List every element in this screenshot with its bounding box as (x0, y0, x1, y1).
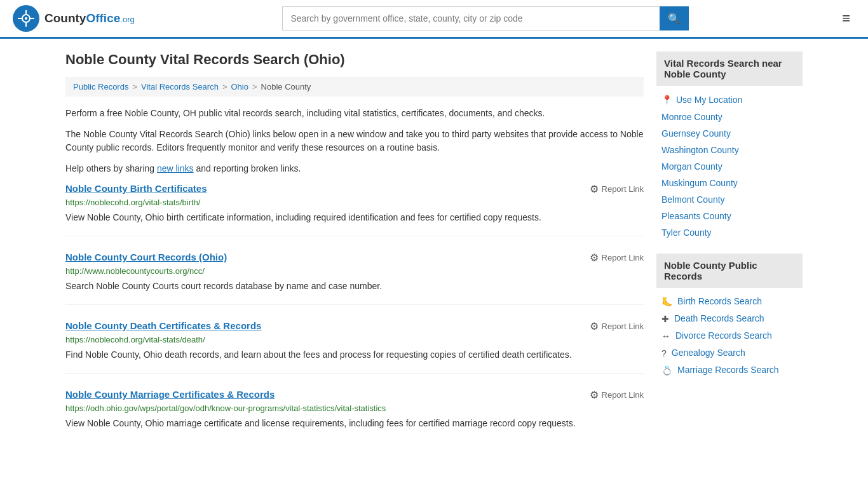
genealogy-icon: ? (661, 348, 667, 358)
breadcrumb-sep-1: > (132, 82, 137, 92)
report-icon: ⚙ (590, 320, 599, 332)
result-title[interactable]: Noble County Birth Certificates (65, 183, 207, 194)
sidebar-item-monroe[interactable]: Monroe County (656, 109, 803, 125)
result-header: Noble County Death Certificates & Record… (65, 320, 644, 332)
report-icon: ⚙ (590, 183, 599, 195)
report-icon: ⚙ (590, 252, 599, 264)
menu-button[interactable]: ≡ (837, 8, 855, 29)
sidebar-item-morgan[interactable]: Morgan County (656, 158, 803, 175)
search-icon: 🔍 (668, 13, 681, 25)
breadcrumb-noble-county: Noble County (261, 82, 311, 92)
logo-text: CountyOffice.org (44, 11, 135, 25)
tyler-county-link[interactable]: Tyler County (661, 227, 712, 238)
page-title: Noble County Vital Records Search (Ohio) (65, 51, 644, 68)
divorce-records-link[interactable]: Divorce Records Search (675, 330, 772, 341)
result-header: Noble County Marriage Certificates & Rec… (65, 389, 644, 401)
death-icon: ✚ (661, 314, 669, 324)
breadcrumb-sep-2: > (222, 82, 227, 92)
report-link-label: Report Link (602, 184, 644, 194)
result-item: Noble County Birth Certificates ⚙ Report… (65, 183, 644, 236)
search-button[interactable]: 🔍 (660, 6, 689, 30)
sidebar-death-records[interactable]: ✚ Death Records Search (656, 310, 803, 327)
result-description: Search Noble County Courts court records… (65, 280, 644, 293)
report-link-label: Report Link (602, 253, 644, 262)
result-header: Noble County Court Records (Ohio) ⚙ Repo… (65, 252, 644, 264)
report-link-button[interactable]: ⚙ Report Link (590, 183, 644, 195)
birth-records-link[interactable]: Birth Records Search (677, 296, 762, 306)
breadcrumb-ohio[interactable]: Ohio (231, 82, 248, 92)
divorce-icon: ↔ (661, 331, 670, 341)
morgan-county-link[interactable]: Morgan County (661, 161, 722, 172)
marriage-records-link[interactable]: Marriage Records Search (677, 365, 779, 375)
sidebar-item-pleasants[interactable]: Pleasants County (656, 208, 803, 224)
washington-county-link[interactable]: Washington County (661, 145, 739, 155)
result-url[interactable]: https://noblecohd.org/vital-stats/birth/ (65, 198, 644, 207)
report-link-button[interactable]: ⚙ Report Link (590, 252, 644, 264)
result-title[interactable]: Noble County Court Records (Ohio) (65, 252, 227, 262)
description-3-pre: Help others by sharing (65, 163, 157, 173)
breadcrumb: Public Records > Vital Records Search > … (65, 77, 644, 97)
sidebar-nearby-title: Vital Records Search near Noble County (656, 51, 803, 86)
report-icon: ⚙ (590, 389, 599, 401)
sidebar-public-records-section: Noble County Public Records 🦶 Birth Reco… (656, 254, 803, 379)
main-container: Noble County Vital Records Search (Ohio)… (53, 39, 815, 470)
report-link-button[interactable]: ⚙ Report Link (590, 320, 644, 332)
header: CountyOffice.org 🔍 ≡ (0, 0, 868, 39)
report-link-button[interactable]: ⚙ Report Link (590, 389, 644, 401)
result-item: Noble County Court Records (Ohio) ⚙ Repo… (65, 252, 644, 305)
search-area: 🔍 (282, 6, 689, 30)
result-title[interactable]: Noble County Death Certificates & Record… (65, 320, 261, 331)
description-3-post: and reporting broken links. (194, 163, 301, 173)
breadcrumb-public-records[interactable]: Public Records (73, 82, 128, 92)
sidebar-marriage-records[interactable]: 💍 Marriage Records Search (656, 362, 803, 379)
result-title[interactable]: Noble County Marriage Certificates & Rec… (65, 389, 275, 400)
sidebar-item-belmont[interactable]: Belmont County (656, 191, 803, 208)
result-header: Noble County Birth Certificates ⚙ Report… (65, 183, 644, 195)
content-area: Noble County Vital Records Search (Ohio)… (65, 51, 644, 457)
sidebar-birth-records[interactable]: 🦶 Birth Records Search (656, 293, 803, 310)
result-description: View Noble County, Ohio marriage certifi… (65, 417, 644, 430)
use-my-location-link[interactable]: Use My Location (676, 95, 742, 105)
result-description: Find Noble County, Ohio death records, a… (65, 348, 644, 362)
report-link-label: Report Link (602, 390, 644, 400)
result-item: Noble County Death Certificates & Record… (65, 320, 644, 374)
death-records-link[interactable]: Death Records Search (674, 313, 764, 323)
muskingum-county-link[interactable]: Muskingum County (661, 178, 738, 188)
menu-icon: ≡ (842, 10, 850, 26)
search-input[interactable] (282, 6, 660, 30)
belmont-county-link[interactable]: Belmont County (661, 194, 725, 205)
birth-icon: 🦶 (661, 297, 672, 307)
sidebar-item-tyler[interactable]: Tyler County (656, 224, 803, 241)
result-item: Noble County Marriage Certificates & Rec… (65, 389, 644, 442)
location-icon: 📍 (661, 95, 672, 105)
logo-icon (13, 5, 39, 32)
monroe-county-link[interactable]: Monroe County (661, 112, 722, 122)
result-url[interactable]: http://www.noblecountycourts.org/ncc/ (65, 266, 644, 276)
breadcrumb-vital-records[interactable]: Vital Records Search (141, 82, 219, 92)
sidebar: Vital Records Search near Noble County 📍… (656, 51, 803, 457)
new-links-link[interactable]: new links (157, 163, 194, 173)
sidebar-public-records-title: Noble County Public Records (656, 254, 803, 288)
breadcrumb-sep-3: > (252, 82, 257, 92)
sidebar-item-washington[interactable]: Washington County (656, 142, 803, 158)
description-1: Perform a free Noble County, OH public v… (65, 107, 644, 120)
description-3: Help others by sharing new links and rep… (65, 162, 644, 175)
sidebar-divorce-records[interactable]: ↔ Divorce Records Search (656, 327, 803, 344)
result-url[interactable]: https://noblecohd.org/vital-stats/death/ (65, 335, 644, 344)
sidebar-nearby-section: Vital Records Search near Noble County 📍… (656, 51, 803, 241)
sidebar-item-guernsey[interactable]: Guernsey County (656, 125, 803, 142)
results-list: Noble County Birth Certificates ⚙ Report… (65, 183, 644, 442)
result-url[interactable]: https://odh.ohio.gov/wps/portal/gov/odh/… (65, 403, 644, 413)
sidebar-item-muskingum[interactable]: Muskingum County (656, 175, 803, 191)
description-2: The Noble County Vital Records Search (O… (65, 128, 644, 154)
report-link-label: Report Link (602, 322, 644, 331)
sidebar-genealogy[interactable]: ? Genealogy Search (656, 344, 803, 362)
use-my-location[interactable]: 📍 Use My Location (656, 91, 803, 109)
pleasants-county-link[interactable]: Pleasants County (661, 211, 731, 221)
result-description: View Noble County, Ohio birth certificat… (65, 211, 644, 224)
marriage-icon: 💍 (661, 365, 672, 376)
logo-area: CountyOffice.org (13, 5, 135, 32)
svg-point-2 (25, 17, 27, 20)
genealogy-link[interactable]: Genealogy Search (672, 348, 745, 358)
guernsey-county-link[interactable]: Guernsey County (661, 128, 731, 139)
